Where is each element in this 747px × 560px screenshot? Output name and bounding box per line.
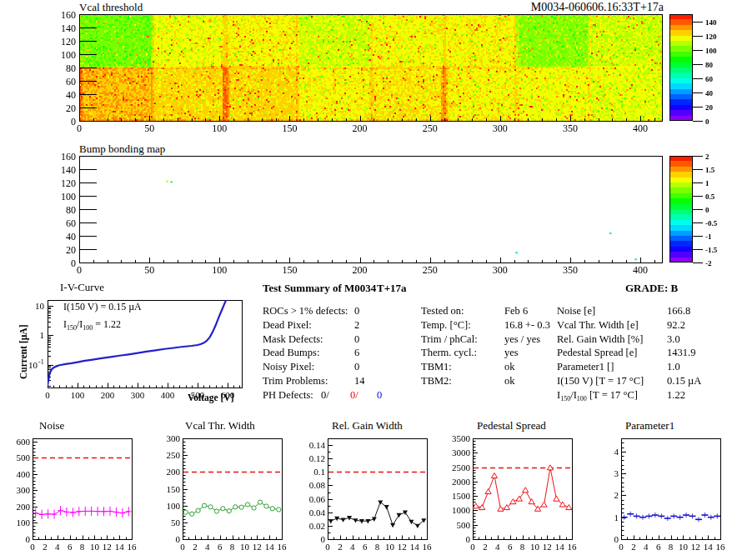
defect-value: 2 — [354, 319, 359, 332]
parameter1-plot-canvas — [596, 429, 738, 556]
condition-row: Temp. [°C]:16.8 +- 0.3 — [421, 319, 554, 333]
result-value: 3.0 — [667, 333, 680, 346]
result-label: I(150 V) [T = 17 °C] — [557, 375, 644, 388]
condition-value: yes — [504, 347, 519, 359]
result-row: Pedestal Spread [e]1431.9 — [557, 347, 744, 361]
condition-value: ok — [504, 375, 515, 388]
result-row: I150/I100 [T = 17 °C]1.22 — [557, 389, 744, 403]
iv-ann2-value: = 1.22 — [93, 318, 121, 330]
summary-subtitle: T+17a — [377, 282, 407, 295]
result-row: Parameter1 []1.0 — [557, 361, 744, 375]
defect-row: Dead Pixel:2 — [263, 319, 388, 333]
noise-plot-canvas — [8, 429, 149, 556]
condition-value: yes / yes — [504, 333, 540, 346]
condition-value: 16.8 +- 0.3 — [504, 319, 550, 332]
summary-title: Test Summary of M0034 — [263, 282, 376, 295]
iv-annotation-1: I(150 V) = 0.15 µA — [63, 301, 142, 313]
grade-badge: GRADE: B — [625, 282, 678, 295]
defect-label: Mask Defects: — [263, 333, 323, 346]
summary-conditions-column: Tested on:Feb 6Temp. [°C]:16.8 +- 0.3Tri… — [421, 305, 554, 389]
condition-row: Tested on:Feb 6 — [421, 305, 554, 319]
condition-row: Trim / phCal:yes / yes — [421, 333, 554, 348]
summary-results-column: Noise [e]166.8Vcal Thr. Width [e]92.2Rel… — [557, 305, 744, 403]
result-label: Rel. Gain Width [%] — [557, 333, 643, 346]
bump-map-canvas — [0, 150, 747, 282]
defect-row: ROCs > 1% defects:0 — [263, 305, 388, 319]
result-label: Noise [e] — [557, 305, 595, 318]
ph-defects-row: PH Defects: 0/ 0/ 0 — [263, 389, 404, 403]
vcal-heatmap-canvas — [0, 8, 747, 140]
result-value: 166.8 — [667, 305, 690, 318]
iv-annotation-2: I150/I100 = 1.22 — [63, 318, 121, 332]
defect-label: Dead Bumps: — [263, 347, 319, 359]
defect-value: 6 — [354, 347, 359, 359]
iv-x-axis-label: Voltage [V] — [188, 392, 233, 402]
summary-defect-column: ROCs > 1% defects:0Dead Pixel:2Mask Defe… — [263, 305, 388, 389]
ph-defects-label: PH Defects: — [263, 389, 313, 402]
result-value: 92.2 — [667, 319, 685, 332]
test-report-page: Vcal threshold M0034-060606.16:33T+17a B… — [0, 0, 747, 560]
condition-label: Therm. cycl.: — [421, 347, 477, 359]
defect-label: ROCs > 1% defects: — [263, 305, 348, 318]
iv-ann2-sub1: 150 — [67, 324, 77, 332]
result-row: Rel. Gain Width [%]3.0 — [557, 333, 744, 348]
result-row: I(150 V) [T = 17 °C]0.15 µA — [557, 375, 744, 389]
condition-row: TBM1:ok — [421, 361, 554, 375]
gain-width-plot-canvas — [303, 429, 444, 556]
defect-value: 0 — [354, 333, 359, 346]
iv-ann2-sub2: 100 — [83, 324, 93, 332]
defect-value: 0 — [354, 361, 359, 373]
defect-row: Trim Problems:14 — [263, 375, 388, 389]
defect-label: Noisy Pixel: — [263, 361, 314, 373]
defect-value: 0 — [354, 305, 359, 318]
condition-value: ok — [504, 361, 515, 373]
pedestal-plot-canvas — [448, 429, 589, 556]
condition-label: TBM1: — [421, 361, 452, 373]
iv-y-axis-label: Current [µA] — [18, 325, 28, 380]
defect-row: Noisy Pixel:0 — [263, 361, 388, 375]
result-label: Vcal Thr. Width [e] — [557, 319, 639, 332]
condition-row: Therm. cycl.:yes — [421, 347, 554, 361]
result-value: 0.15 µA — [667, 375, 701, 388]
result-label: Parameter1 [] — [557, 361, 614, 373]
defect-row: Mask Defects:0 — [263, 333, 388, 348]
condition-value: Feb 6 — [504, 305, 528, 318]
defect-row: Dead Bumps:6 — [263, 347, 388, 361]
condition-label: TBM2: — [421, 375, 452, 388]
result-value: 1431.9 — [667, 347, 695, 359]
ph-defects-value-1: 0/ — [321, 389, 329, 402]
result-label: I150/I100 [T = 17 °C] — [557, 389, 638, 402]
defect-value: 14 — [354, 375, 365, 388]
result-value: 1.22 — [667, 389, 685, 402]
result-row: Vcal Thr. Width [e]92.2 — [557, 319, 744, 333]
condition-label: Temp. [°C]: — [421, 319, 471, 332]
ph-defects-value-3: 0 — [377, 389, 382, 402]
result-row: Noise [e]166.8 — [557, 305, 744, 319]
result-label: Pedestal Spread [e] — [557, 347, 638, 359]
iv-curve-canvas — [0, 278, 267, 404]
ph-defects-value-2: 0/ — [350, 389, 358, 402]
defect-label: Dead Pixel: — [263, 319, 312, 332]
vcal-width-plot-canvas — [158, 429, 299, 556]
result-value: 1.0 — [667, 361, 680, 373]
condition-label: Tested on: — [421, 305, 464, 318]
defect-label: Trim Problems: — [263, 375, 328, 388]
condition-row: TBM2:ok — [421, 375, 554, 389]
condition-label: Trim / phCal: — [421, 333, 478, 346]
